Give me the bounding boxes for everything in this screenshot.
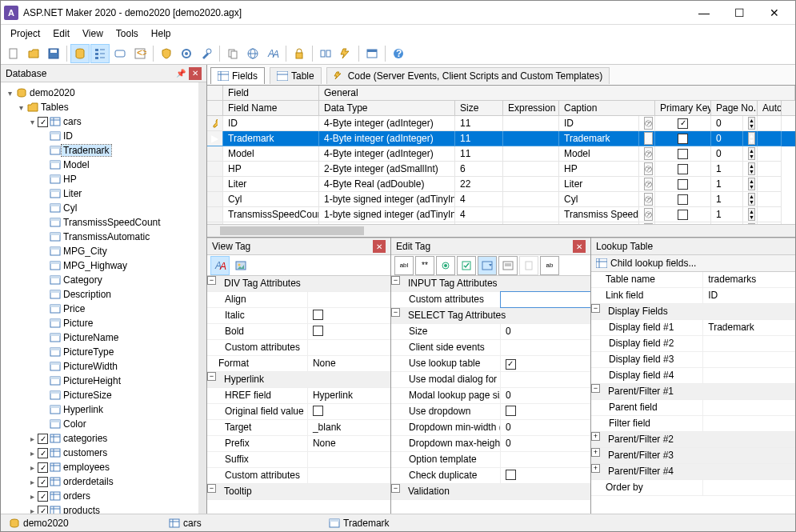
tools-icon[interactable]: [197, 44, 216, 63]
tab-fields[interactable]: Fields: [210, 67, 265, 84]
pin-icon[interactable]: 📌: [174, 67, 187, 80]
menu-help[interactable]: Help: [145, 26, 178, 41]
col-caption[interactable]: Caption: [559, 101, 655, 115]
col-fieldname[interactable]: Field Name: [223, 101, 319, 115]
tree-field[interactable]: ID: [4, 129, 198, 143]
pk-checkbox[interactable]: [678, 118, 688, 129]
col-size[interactable]: Size: [455, 101, 503, 115]
tree-table[interactable]: ▸orderdetails: [4, 474, 198, 489]
tree-field[interactable]: PictureHeight: [4, 374, 198, 388]
tree-field[interactable]: Price: [4, 302, 198, 316]
tree-field[interactable]: Category: [4, 273, 198, 287]
close-button[interactable]: ✕: [757, 2, 792, 24]
translate-icon[interactable]: ㋐: [644, 147, 653, 160]
page-spinner[interactable]: ▲▼: [748, 162, 755, 175]
browse-icon[interactable]: [362, 44, 382, 63]
translate-icon[interactable]: ㋐: [644, 132, 653, 145]
php-icon[interactable]: [110, 44, 130, 63]
save-icon[interactable]: [44, 44, 63, 63]
page-spinner[interactable]: ▲▼: [748, 147, 755, 160]
translate-icon[interactable]: ㋐: [644, 178, 653, 190]
pk-checkbox[interactable]: [678, 164, 688, 174]
tab-table[interactable]: Table: [270, 67, 322, 84]
maximize-button[interactable]: ☐: [722, 2, 757, 24]
viewtag-grid[interactable]: −DIV Tag Attributes Align Italic Bold Cu…: [207, 276, 390, 514]
image-icon[interactable]: [231, 256, 250, 275]
grid-row[interactable]: ▶Trademark4-Byte integer (adInteger)11Tr…: [207, 131, 795, 146]
sync-icon[interactable]: [316, 44, 335, 63]
grid-row[interactable]: HP2-Byte integer (adSmallInt)6HP㋐1▲▼: [207, 162, 795, 177]
new-icon[interactable]: [4, 44, 23, 63]
radio-icon[interactable]: [436, 256, 455, 275]
tree-field[interactable]: PictureWidth: [4, 359, 198, 374]
tree-field[interactable]: Picture: [4, 316, 198, 330]
status-table[interactable]: cars: [161, 518, 321, 529]
grid-row[interactable]: ID4-Byte integer (adInteger)11ID㋐0▲▼: [207, 116, 795, 131]
tree-field[interactable]: TransmissAutomatic: [4, 230, 198, 244]
panel-close-icon[interactable]: ✕: [189, 67, 202, 80]
menu-tools[interactable]: Tools: [110, 26, 145, 41]
tree-table[interactable]: ▸employees: [4, 460, 198, 474]
locale-icon[interactable]: [243, 44, 262, 63]
status-field[interactable]: Trademark: [321, 518, 481, 529]
tree-field[interactable]: PictureSize: [4, 388, 198, 402]
tree-field[interactable]: TransmissSpeedCount: [4, 215, 198, 230]
tree-icon[interactable]: [90, 44, 110, 63]
page-spinner[interactable]: ▲▼: [748, 117, 755, 130]
tree-root[interactable]: demo2020: [28, 87, 77, 98]
translate-icon[interactable]: ㋐: [644, 193, 653, 206]
translate-icon[interactable]: ㋐: [644, 117, 653, 130]
col-pk[interactable]: Primary Key: [655, 101, 711, 115]
tree-field[interactable]: MPG_City: [4, 244, 198, 258]
lookup-grid[interactable]: Table nametrademarks Link fieldID −Displ…: [591, 272, 795, 514]
table-checkbox[interactable]: [38, 117, 48, 127]
checkbox-icon[interactable]: [457, 256, 476, 275]
tab-code[interactable]: Code (Server Events, Client Scripts and …: [326, 67, 610, 84]
tree-field[interactable]: PictureType: [4, 345, 198, 359]
tree-field[interactable]: Hyperlink: [4, 402, 198, 417]
tree-field[interactable]: Description: [4, 287, 198, 302]
col-auto[interactable]: Auto: [758, 101, 782, 115]
translate-icon[interactable]: ㋐: [644, 162, 653, 175]
grid-hscroll[interactable]: [207, 224, 795, 237]
edittag-close-icon[interactable]: ✕: [573, 240, 586, 253]
lookup-checkbox[interactable]: [506, 359, 516, 370]
tree-field[interactable]: HP: [4, 172, 198, 186]
page-spinner[interactable]: ▲▼: [748, 178, 755, 190]
col-pageno[interactable]: Page No.: [711, 101, 758, 115]
tree-table[interactable]: ▸products: [4, 503, 198, 514]
tree-field[interactable]: Trademark: [4, 143, 198, 158]
password-icon[interactable]: **: [415, 256, 434, 275]
grid-row[interactable]: Liter4-Byte Real (adDouble)22Liter㋐1▲▼: [207, 177, 795, 192]
html-icon[interactable]: <>: [130, 44, 150, 63]
pk-checkbox[interactable]: [678, 194, 688, 205]
grid-row[interactable]: Model4-Byte integer (adInteger)11Model㋐0…: [207, 146, 795, 162]
minimize-button[interactable]: —: [686, 2, 722, 24]
tree-field[interactable]: Cyl: [4, 201, 198, 215]
pk-checkbox[interactable]: [678, 210, 688, 220]
hidden-icon[interactable]: ab: [540, 256, 559, 275]
status-project[interactable]: demo2020: [1, 518, 161, 529]
tree-field[interactable]: Color: [4, 417, 198, 431]
tree-cars[interactable]: cars: [62, 116, 83, 127]
copy-icon[interactable]: [223, 44, 242, 63]
pk-checkbox[interactable]: [678, 179, 688, 190]
tree-table[interactable]: ▸orders: [4, 489, 198, 503]
database-tree[interactable]: ▾demo2020 ▾Tables ▾cars IDTrademarkModel…: [1, 82, 206, 514]
child-lookup-link[interactable]: Child lookup fields...: [591, 255, 795, 272]
pk-checkbox[interactable]: [678, 134, 688, 144]
grid-row[interactable]: Cyl1-byte signed integer (adTinyInt)4Cyl…: [207, 192, 795, 207]
tree-field[interactable]: PictureName: [4, 330, 198, 345]
page-spinner[interactable]: ▲▼: [748, 193, 755, 206]
database-icon[interactable]: [70, 44, 90, 63]
text-input-icon[interactable]: abl: [394, 256, 414, 275]
tree-table[interactable]: ▸customers: [4, 446, 198, 460]
page-spinner[interactable]: ▲▼: [748, 208, 755, 221]
dropdown-checkbox[interactable]: [506, 406, 516, 416]
orig-checkbox[interactable]: [313, 406, 323, 416]
grid-row[interactable]: TransmissSpeedCount1-byte signed integer…: [207, 207, 795, 222]
viewtag-close-icon[interactable]: ✕: [373, 240, 386, 253]
edittag-grid[interactable]: −INPUT Tag Attributes Custom attributes …: [391, 276, 590, 514]
security-icon[interactable]: [157, 44, 176, 63]
select-icon[interactable]: [478, 256, 497, 275]
